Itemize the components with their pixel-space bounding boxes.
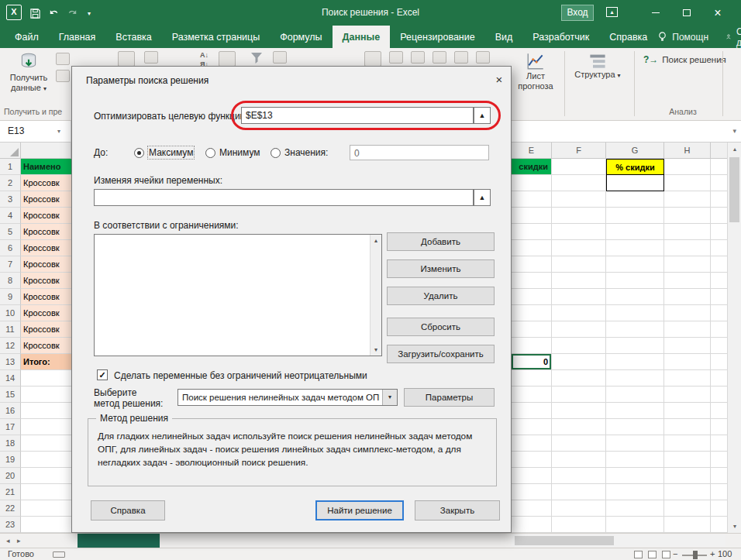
cell-A8[interactable]: Кроссовк — [21, 273, 71, 289]
radio-minimum[interactable] — [205, 148, 215, 158]
variables-range-select-icon[interactable]: ▲ — [474, 189, 491, 206]
row-header-11[interactable]: 11 — [0, 321, 21, 338]
cell-H6[interactable] — [664, 240, 711, 256]
cell-G16[interactable] — [606, 403, 664, 419]
zoom-slider[interactable] — [682, 555, 707, 556]
horizontal-scrollbar[interactable] — [512, 534, 725, 547]
cell-F19[interactable] — [552, 452, 606, 468]
row-header-16[interactable]: 16 — [0, 403, 21, 419]
cell-A16[interactable] — [21, 403, 71, 419]
tab-вид[interactable]: Вид — [485, 26, 523, 48]
row-header-22[interactable]: 22 — [0, 500, 21, 517]
row-header-4[interactable]: 4 — [0, 208, 21, 224]
cell-I21[interactable] — [711, 484, 728, 500]
row-header-7[interactable]: 7 — [0, 256, 21, 273]
cell-F13[interactable] — [552, 354, 606, 370]
row-header-15[interactable]: 15 — [0, 387, 21, 403]
minimize-button[interactable] — [640, 0, 671, 26]
cell-H14[interactable] — [664, 370, 711, 387]
listbox-scroll-down-icon[interactable]: ▾ — [370, 344, 381, 356]
assistant-item[interactable]: Помощн — [657, 31, 708, 43]
row-header-23[interactable]: 23 — [0, 517, 21, 533]
normal-view-icon[interactable] — [634, 551, 643, 558]
row-header-2[interactable]: 2 — [0, 175, 21, 191]
row-header-12[interactable]: 12 — [0, 338, 21, 354]
cell-I13[interactable] — [711, 354, 728, 370]
tab-разметка-страницы[interactable]: Разметка страницы — [162, 26, 270, 48]
name-box-dropdown-icon[interactable]: ▾ — [57, 121, 60, 142]
scroll-down-icon[interactable]: ▾ — [728, 520, 741, 533]
help-button[interactable]: Справка — [91, 500, 165, 520]
row-header-14[interactable]: 14 — [0, 370, 21, 387]
cell-E4[interactable] — [512, 208, 552, 224]
cell-E10[interactable] — [512, 305, 552, 321]
cell-F6[interactable] — [552, 240, 606, 256]
row-header-21[interactable]: 21 — [0, 484, 21, 500]
cell-E7[interactable] — [512, 256, 552, 273]
listbox-scroll-up-icon[interactable]: ▴ — [370, 235, 381, 246]
delete-button[interactable]: Удалить — [387, 287, 495, 305]
zoom-in-button[interactable]: + — [710, 549, 715, 558]
nonnegative-checkbox[interactable]: ✓ — [97, 369, 108, 380]
cell-G22[interactable] — [606, 500, 664, 517]
remove-duplicates-icon[interactable] — [411, 51, 425, 64]
cell-A10[interactable]: Кроссовк — [21, 305, 71, 321]
cell-F21[interactable] — [552, 484, 606, 500]
cell-F7[interactable] — [552, 256, 606, 273]
sort-dialog-icon[interactable] — [219, 51, 236, 67]
structure-button[interactable]: Структура ▾ — [570, 53, 625, 81]
cell-G6[interactable] — [606, 240, 664, 256]
zoom-slider-thumb[interactable] — [693, 551, 698, 559]
what-if-analysis-icon[interactable] — [476, 51, 490, 64]
cell-A21[interactable] — [21, 484, 71, 500]
cell-A9[interactable]: Кроссовк — [21, 289, 71, 305]
cell-F20[interactable] — [552, 468, 606, 484]
close-dialog-button[interactable]: Закрыть — [415, 500, 500, 520]
cell-I16[interactable] — [711, 403, 728, 419]
cell-F17[interactable] — [552, 419, 606, 435]
zoom-level[interactable]: 100 % — [718, 549, 741, 560]
cell-I2[interactable] — [711, 175, 728, 191]
zoom-out-button[interactable]: − — [673, 549, 677, 558]
cell-A5[interactable]: Кроссовк — [21, 224, 71, 240]
maximize-button[interactable] — [671, 0, 702, 26]
text-to-columns-icon[interactable] — [364, 51, 381, 67]
row-header-6[interactable]: 6 — [0, 240, 21, 256]
page-break-view-icon[interactable] — [662, 551, 670, 558]
cell-A2[interactable]: Кроссовк — [21, 175, 71, 191]
clear-filter-icon[interactable] — [273, 51, 287, 64]
tab-формулы[interactable]: Формулы — [270, 26, 332, 48]
col-header-H[interactable]: H — [664, 143, 711, 159]
options-button[interactable]: Параметры — [404, 388, 495, 407]
cell-A17[interactable] — [21, 419, 71, 435]
cell-A12[interactable]: Кроссовк — [21, 338, 71, 354]
cell-F11[interactable] — [552, 321, 606, 338]
dialog-close-icon[interactable]: × — [491, 71, 508, 88]
cell-A23[interactable] — [21, 517, 71, 533]
radio-maximum[interactable] — [134, 148, 144, 158]
cell-E18[interactable] — [512, 435, 552, 452]
cell-A14[interactable] — [21, 370, 71, 387]
cell-G8[interactable] — [606, 273, 664, 289]
cell-I18[interactable] — [711, 435, 728, 452]
cell-H12[interactable] — [664, 338, 711, 354]
get-data-button[interactable]: Получить данные ▾ — [5, 51, 53, 94]
cell-E9[interactable] — [512, 289, 552, 305]
col-header-E[interactable]: E — [512, 143, 552, 159]
cell-H21[interactable] — [664, 484, 711, 500]
cell-A4[interactable]: Кроссовк — [21, 208, 71, 224]
sheet-nav-right-icon[interactable]: ▸ — [17, 537, 21, 545]
cell-G11[interactable] — [606, 321, 664, 338]
row-header-9[interactable]: 9 — [0, 289, 21, 305]
name-box[interactable]: E13 — [0, 121, 71, 142]
cell-A13[interactable]: Итого: — [21, 354, 71, 370]
objective-input[interactable]: $E$13 — [241, 107, 474, 124]
cell-G17[interactable] — [606, 419, 664, 435]
consolidate-icon[interactable] — [454, 51, 468, 64]
cell-H17[interactable] — [664, 419, 711, 435]
cell-G23[interactable] — [606, 517, 664, 533]
cell-H9[interactable] — [664, 289, 711, 305]
close-button[interactable]: × — [702, 0, 733, 26]
cell-H20[interactable] — [664, 468, 711, 484]
cell-E1[interactable]: скидки — [512, 159, 552, 175]
